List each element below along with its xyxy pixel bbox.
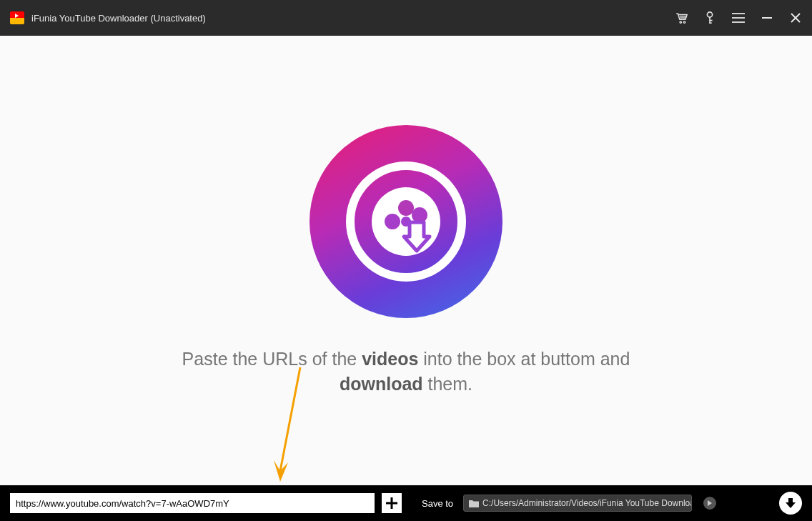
app-title: iFunia YouTube Downloader (Unactivated) (31, 13, 206, 24)
svg-point-2 (680, 21, 681, 23)
instruction-strong-download: download (340, 374, 423, 394)
svg-point-15 (398, 200, 414, 216)
titlebar-right (675, 11, 802, 24)
svg-point-3 (683, 21, 685, 23)
open-folder-button[interactable] (703, 497, 716, 510)
save-to-label: Save to (422, 498, 453, 509)
folder-icon (468, 499, 480, 507)
add-url-button[interactable] (382, 493, 402, 513)
svg-point-4 (707, 12, 712, 17)
instruction-part2: into the box at buttom and (418, 349, 630, 369)
url-input[interactable] (10, 493, 375, 513)
svg-point-16 (385, 214, 400, 229)
guidance-arrow-icon (269, 367, 312, 485)
bottombar: Save to C:/Users/Administrator/Videos/iF… (0, 485, 812, 521)
instruction-text: Paste the URLs of the videos into the bo… (149, 347, 663, 396)
cart-icon[interactable] (675, 11, 688, 24)
menu-icon[interactable] (732, 11, 745, 24)
app-logo-icon (10, 11, 24, 24)
download-button[interactable] (779, 492, 802, 515)
titlebar: iFunia YouTube Downloader (Unactivated) (0, 0, 812, 36)
film-reel-download-icon (346, 162, 466, 282)
minimize-icon[interactable] (761, 11, 773, 24)
key-icon[interactable] (703, 11, 716, 24)
instruction-part1: Paste the URLs of the (182, 349, 362, 369)
titlebar-left: iFunia YouTube Downloader (Unactivated) (10, 11, 206, 24)
hero-logo-circle (310, 125, 502, 318)
main-content: Paste the URLs of the videos into the bo… (0, 36, 812, 485)
instruction-part3: them. (423, 374, 472, 394)
save-path-text: C:/Users/Administrator/Videos/iFunia You… (482, 498, 692, 508)
instruction-strong-videos: videos (362, 349, 418, 369)
close-icon[interactable] (789, 11, 802, 24)
save-path-box[interactable]: C:/Users/Administrator/Videos/iFunia You… (463, 495, 692, 512)
